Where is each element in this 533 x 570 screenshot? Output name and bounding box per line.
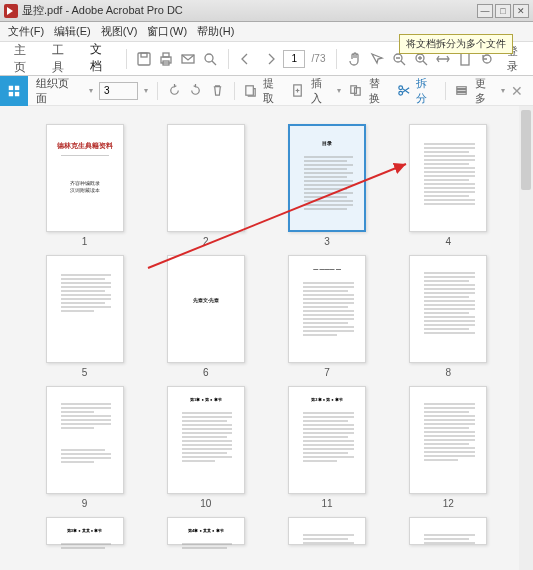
page-label: 6 [203,367,209,378]
close-toolbar-button[interactable]: ✕ [511,83,523,99]
page-thumbnail-12[interactable]: 12 [392,386,505,509]
svg-rect-16 [351,86,357,94]
page-thumbnails-panel: 德林克生典籍资料 齐容种编既录 汉词附藏读本 1 2 目录 3 4 [0,106,533,570]
tab-tools[interactable]: 工具 [46,38,78,80]
split-button[interactable]: 拆分 [416,76,438,106]
page-thumbnail-6[interactable]: 先秦文·先秦 6 [149,255,262,378]
menu-help[interactable]: 帮助(H) [193,22,238,41]
svg-point-19 [399,91,403,95]
page-thumbnail-2[interactable]: 2 [149,124,262,247]
tooltip: 将文档拆分为多个文件 [399,34,513,54]
window-titlebar: 显控.pdf - Adobe Acrobat Pro DC — □ ✕ [0,0,533,22]
page-label: 7 [324,367,330,378]
vertical-scrollbar[interactable] [519,106,533,570]
more-button[interactable]: 更多▾ [475,76,507,106]
page-thumbnail-1[interactable]: 德林克生典籍资料 齐容种编既录 汉词附藏读本 1 [28,124,141,247]
svg-rect-20 [457,87,466,89]
page-label: 1 [82,236,88,247]
svg-rect-11 [15,85,19,89]
tab-home[interactable]: 主页 [8,38,40,80]
rotate-left-icon[interactable] [165,82,183,100]
page-select-input[interactable]: 3 [99,82,139,100]
page-thumbnail-15[interactable] [271,517,384,545]
svg-rect-9 [461,53,469,65]
svg-point-18 [399,86,403,90]
next-page-icon[interactable] [261,50,277,68]
page-label: 8 [446,367,452,378]
maximize-button[interactable]: □ [495,4,511,18]
rotate-right-icon[interactable] [187,82,205,100]
page-thumbnail-11[interactable]: 第2章 ● 第 ● 章节 11 [271,386,384,509]
page-thumbnail-10[interactable]: 第1章 ● 第 ● 章节 10 [149,386,262,509]
svg-rect-3 [163,53,169,57]
organize-toolbar: 组织页面 ▾ 3 ▾ 提取 插入▾ 替换 拆分 更多▾ ✕ [0,76,533,106]
page-count: /73 [311,50,326,68]
insert-button[interactable]: 插入▾ [311,76,343,106]
svg-rect-21 [457,90,466,92]
select-icon[interactable] [369,50,385,68]
insert-icon[interactable] [289,82,307,100]
page-label: 10 [200,498,211,509]
organize-pages-icon[interactable] [0,76,28,106]
page-label: 12 [443,498,454,509]
minimize-button[interactable]: — [477,4,493,18]
delete-icon[interactable] [209,82,227,100]
page-thumbnail-13[interactable]: 第3章 ● 某某 ● 章节 [28,517,141,545]
page-thumbnail-9[interactable]: 9 [28,386,141,509]
page-label: 11 [322,498,333,509]
app-icon [4,4,18,18]
mail-icon[interactable] [180,50,196,68]
search-icon[interactable] [202,50,218,68]
page-label: 3 [324,236,330,247]
svg-rect-13 [15,91,19,95]
replace-icon[interactable] [347,82,365,100]
replace-button[interactable]: 替换 [369,76,391,106]
menu-window[interactable]: 窗口(W) [143,22,191,41]
page-thumbnail-14[interactable]: 第4章 ● 某某 ● 章节 [149,517,262,545]
svg-rect-1 [141,53,147,57]
page-thumbnail-16[interactable] [392,517,505,545]
page-thumbnail-8[interactable]: 8 [392,255,505,378]
scissors-icon[interactable] [394,82,412,100]
svg-rect-22 [457,92,466,94]
svg-rect-12 [9,91,13,95]
page-thumbnail-4[interactable]: 4 [392,124,505,247]
svg-rect-0 [138,53,150,65]
more-icon[interactable] [453,82,471,100]
svg-point-6 [205,54,213,62]
svg-rect-14 [246,86,254,95]
tab-document[interactable]: 文档 [84,37,116,81]
dropdown-icon[interactable]: ▾ [87,86,95,95]
organize-label: 组织页面 [32,76,83,106]
page-thumbnail-5[interactable]: 5 [28,255,141,378]
prev-page-icon[interactable] [239,50,255,68]
svg-rect-17 [355,88,361,96]
page-number-input[interactable]: 1 [283,50,305,68]
window-title: 显控.pdf - Adobe Acrobat Pro DC [22,3,477,18]
page-label: 5 [82,367,88,378]
save-icon[interactable] [136,50,152,68]
extract-icon[interactable] [242,82,260,100]
page-label: 2 [203,236,209,247]
page-thumbnail-3[interactable]: 目录 3 [271,124,384,247]
page-label: 9 [82,498,88,509]
svg-rect-10 [9,85,13,89]
page-label: 4 [446,236,452,247]
extract-button[interactable]: 提取 [263,76,285,106]
close-button[interactable]: ✕ [513,4,529,18]
page-thumbnail-7[interactable]: — ——— — 7 [271,255,384,378]
print-icon[interactable] [158,50,174,68]
hand-icon[interactable] [347,50,363,68]
dropdown-icon[interactable]: ▾ [142,86,150,95]
